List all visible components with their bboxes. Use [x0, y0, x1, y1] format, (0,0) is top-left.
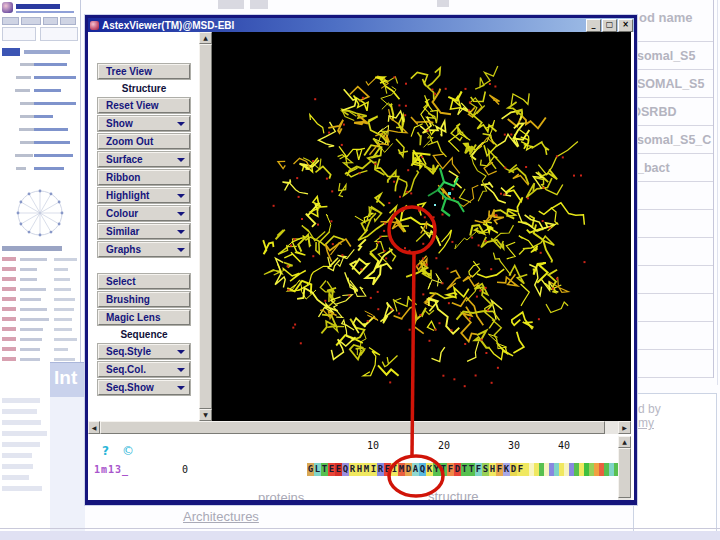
residue-cell[interactable]: D: [454, 463, 461, 476]
residue-cell[interactable]: S: [482, 463, 489, 476]
structure-label: Structure: [98, 82, 190, 95]
protein-wireframe: [212, 32, 631, 421]
minimize-button-icon[interactable]: _: [586, 19, 601, 32]
tree-view-button[interactable]: Tree View: [98, 64, 190, 79]
placeholder-row: [2, 286, 78, 293]
residue-cell[interactable]: H: [356, 463, 363, 476]
seq-col-dropdown[interactable]: Seq.Col.: [98, 362, 190, 377]
residue-cell[interactable]: F: [475, 463, 482, 476]
colour-dropdown[interactable]: Colour: [98, 206, 190, 221]
seq-show-dropdown[interactable]: Seq.Show: [98, 380, 190, 395]
placeholder-row: [2, 316, 78, 323]
placeholder-row: [2, 336, 78, 343]
scroll-up-icon[interactable]: ▲: [199, 32, 212, 44]
residue-cell[interactable]: E: [335, 463, 342, 476]
residue-cell[interactable]: G: [307, 463, 314, 476]
scrollbar-thumb[interactable]: [199, 44, 212, 409]
entry-id-label: 1m13_: [94, 464, 129, 475]
maximize-button-icon[interactable]: ▢: [602, 19, 617, 32]
reset-view-button[interactable]: Reset View: [98, 98, 190, 113]
architectures-link[interactable]: Architectures: [183, 509, 259, 524]
result-list-placeholder: [2, 398, 48, 497]
residue-cell[interactable]: L: [314, 463, 321, 476]
scroll-right-icon[interactable]: ▶: [618, 421, 631, 434]
residue-cell[interactable]: T: [468, 463, 475, 476]
method-row[interactable]: _bact: [637, 154, 713, 182]
placeholder-row: [2, 296, 78, 303]
placeholder-row: [2, 112, 78, 122]
method-row[interactable]: DSRBD: [637, 98, 713, 126]
placeholder-row: [2, 138, 78, 148]
placeholder-row: [2, 266, 78, 273]
form-table-placeholder: [2, 60, 78, 177]
magic-lens-button[interactable]: Magic Lens: [98, 310, 190, 325]
attribution-link-fragment[interactable]: my: [638, 416, 654, 430]
residue-cell[interactable]: D: [510, 463, 517, 476]
residue-cell[interactable]: Q: [419, 463, 426, 476]
scroll-left-icon[interactable]: ◀: [88, 421, 100, 434]
brushing-button[interactable]: Brushing: [98, 292, 190, 307]
select-button[interactable]: Select: [98, 274, 190, 289]
nav-item-placeholder: [2, 17, 19, 25]
desktop: Int od name somal_S5SOMAL_S5DSRBDsomal_S…: [0, 0, 720, 540]
residue-cell[interactable]: F: [517, 463, 524, 476]
method-row[interactable]: SOMAL_S5: [637, 70, 713, 98]
residue-cell[interactable]: M: [363, 463, 370, 476]
scroll-down-icon[interactable]: ▼: [199, 409, 212, 421]
method-row: [637, 350, 713, 378]
method-row: [637, 182, 713, 210]
help-icon[interactable]: ?: [102, 444, 109, 458]
sequence-scrollbar[interactable]: ▲: [618, 436, 631, 502]
residue-cell[interactable]: T: [461, 463, 468, 476]
background-fragment: [218, 0, 244, 9]
ribbon-button[interactable]: Ribbon: [98, 170, 190, 185]
residue-cell[interactable]: H: [489, 463, 496, 476]
residue-cell[interactable]: E: [384, 463, 391, 476]
sequence-start-index: 0: [182, 464, 188, 475]
residue-cell[interactable]: T: [321, 463, 328, 476]
method-row[interactable]: somal_S5: [637, 42, 713, 70]
molecule-canvas[interactable]: [212, 32, 631, 421]
scrollbar-thumb[interactable]: [618, 448, 631, 498]
zoom-out-button[interactable]: Zoom Out: [98, 134, 190, 149]
residue-cell[interactable]: I: [391, 463, 398, 476]
method-row: [637, 210, 713, 238]
similar-dropdown[interactable]: Similar: [98, 224, 190, 239]
table-border: [717, 0, 718, 385]
graphs-dropdown[interactable]: Graphs: [98, 242, 190, 257]
placeholder-row: [2, 276, 78, 283]
toolbar-box-placeholder: [2, 27, 36, 41]
ebi-logo-icon: [2, 2, 13, 13]
placeholder-row: [2, 453, 32, 458]
residue-cell[interactable]: F: [447, 463, 454, 476]
placeholder-row: [2, 326, 78, 333]
residue-cell[interactable]: K: [503, 463, 510, 476]
residue-cell[interactable]: R: [349, 463, 356, 476]
copyright-icon[interactable]: ©: [122, 444, 134, 458]
residue-cell[interactable]: M: [398, 463, 405, 476]
residue-cell[interactable]: Q: [342, 463, 349, 476]
scrollbar-thumb[interactable]: [100, 421, 605, 434]
method-row[interactable]: somal_S5_C: [637, 126, 713, 154]
surface-dropdown[interactable]: Surface: [98, 152, 190, 167]
residue-cell[interactable]: E: [328, 463, 335, 476]
residue-cell[interactable]: Y: [433, 463, 440, 476]
show-dropdown[interactable]: Show: [98, 116, 190, 131]
residue-cell[interactable]: F: [496, 463, 503, 476]
residue-cell[interactable]: I: [370, 463, 377, 476]
vertical-scrollbar[interactable]: ▲ ▼: [199, 32, 212, 421]
residue-cell[interactable]: A: [412, 463, 419, 476]
seq-style-dropdown[interactable]: Seq.Style: [98, 344, 190, 359]
residue-cell[interactable]: T: [440, 463, 447, 476]
horizontal-scrollbar[interactable]: ◀ ▶: [88, 421, 631, 434]
residue-cell[interactable]: K: [426, 463, 433, 476]
title-bar[interactable]: AstexViewer(TM)@MSD-EBI _ ▢ ×: [88, 18, 634, 32]
close-button-icon[interactable]: ×: [618, 19, 633, 32]
sequence-row: GLTEEQRHMIREIMDAQKYTFDTTFSHFKDF: [307, 463, 619, 476]
section-header-placeholder: [24, 50, 70, 54]
scroll-up-icon[interactable]: ▲: [618, 436, 631, 448]
residue-cell[interactable]: R: [377, 463, 384, 476]
highlight-dropdown[interactable]: Highlight: [98, 188, 190, 203]
residue-cell[interactable]: D: [405, 463, 412, 476]
placeholder-row: [2, 60, 78, 70]
